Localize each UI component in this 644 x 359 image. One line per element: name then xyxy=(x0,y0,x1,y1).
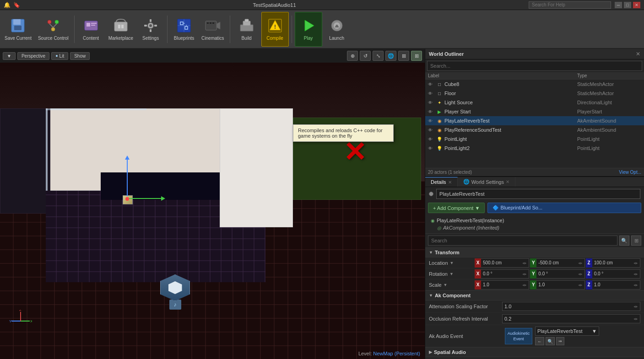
ak-tag-line2: Event xyxy=(513,337,524,341)
actor-name-row xyxy=(425,187,644,201)
coordinate-button[interactable]: 🌐 xyxy=(385,51,396,61)
rotation-y-field[interactable]: 0.0 ° ◂▸ xyxy=(536,269,584,279)
table-row[interactable]: 👁 ◉ PlayLateReverbTest AkAmbientSound xyxy=(425,116,644,125)
ak-search-button[interactable]: 🔍 xyxy=(546,337,555,345)
tab-world-settings[interactable]: 🌐 World Settings ✕ xyxy=(458,177,515,187)
show-button[interactable]: Show xyxy=(70,52,90,60)
svg-rect-31 xyxy=(210,22,211,24)
visibility-icon[interactable]: 👁 xyxy=(428,137,434,142)
tab-details[interactable]: Details ✕ xyxy=(425,177,458,187)
visibility-icon[interactable]: 👁 xyxy=(428,91,434,96)
add-component-button[interactable]: + Add Component ▼ xyxy=(428,203,485,213)
outliner-header: World Outliner ✕ xyxy=(425,49,644,59)
view-options-button[interactable]: View Opt... xyxy=(619,170,641,175)
lit-button[interactable]: ● Lit xyxy=(51,52,68,60)
actor-type: StaticMeshActor xyxy=(577,81,641,87)
scale-y-field[interactable]: 1.0 ◂▸ xyxy=(536,280,584,289)
scale-label[interactable]: Scale ▼ xyxy=(429,282,475,288)
rotation-label[interactable]: Rotation ▼ xyxy=(429,271,475,277)
content-button[interactable]: Content xyxy=(77,12,105,47)
viewport-mode-button[interactable]: ▼ xyxy=(3,52,16,60)
minimize-button[interactable]: ─ xyxy=(615,2,622,8)
component-item[interactable]: ◉ PlayLateReverbTest(Instance) xyxy=(428,217,641,224)
table-row[interactable]: 👁 ▶ Player Start PlayerStart xyxy=(425,107,644,116)
rotation-z-field[interactable]: 0.0 ° ◂▸ xyxy=(592,269,640,279)
titlebar-icons: 🔔 🔖 xyxy=(4,2,20,8)
tab-details-close[interactable]: ✕ xyxy=(448,180,452,185)
rotation-x-field[interactable]: 0.0 ° ◂▸ xyxy=(481,269,529,279)
cinematics-button[interactable]: Cinematics xyxy=(199,12,227,47)
ak-component-header[interactable]: ▼ Ak Component xyxy=(425,291,644,300)
rotate-mode-button[interactable]: ↺ xyxy=(360,51,371,61)
scale-x-field[interactable]: 1.0 ◂▸ xyxy=(481,280,529,289)
actor-count-label: 20 actors (1 selected) xyxy=(428,170,472,175)
ak-browse-button[interactable]: ⇒ xyxy=(556,337,564,345)
spatial-audio-header[interactable]: ▶ Spatial Audio xyxy=(425,348,644,357)
ak-audio-event-select[interactable]: PlayLateReverbTest ▼ xyxy=(535,327,599,336)
transform-section-header[interactable]: ▼ Transform xyxy=(425,248,644,257)
table-row[interactable]: 👁 □ Cube8 StaticMeshActor xyxy=(425,80,644,89)
compile-button[interactable]: ! Compile xyxy=(261,12,289,47)
visibility-icon[interactable]: 👁 xyxy=(428,118,434,123)
rotation-z-group: Z 0.0 ° ◂▸ xyxy=(586,269,640,279)
visibility-icon[interactable]: 👁 xyxy=(428,82,434,87)
occlusion-refresh-field[interactable]: 0.2 ◂▸ xyxy=(502,314,640,323)
table-row[interactable]: 👁 💡 PointLight2 PointLight xyxy=(425,144,644,153)
location-x-field[interactable]: 500.0 cm ◂▸ xyxy=(481,258,529,268)
location-label[interactable]: Location ▼ xyxy=(429,260,475,266)
rotation-x-value: 0.0 ° xyxy=(483,271,492,276)
details-search-input[interactable] xyxy=(428,236,617,246)
blueprints-button[interactable]: Blueprints xyxy=(170,12,198,47)
visibility-icon[interactable]: 👁 xyxy=(428,146,434,151)
table-row[interactable]: 👁 ✦ Light Source DirectionalLight xyxy=(425,98,644,107)
scale-y-value: 1.0 xyxy=(538,282,545,287)
save-current-button[interactable]: Save Current xyxy=(2,12,34,47)
maximize-button[interactable]: □ xyxy=(624,2,631,8)
component-actions: + Add Component ▼ 🔷 Blueprint/Add So... xyxy=(425,201,644,215)
viewport[interactable]: ▼ Perspective ● Lit Show ⊕ ↺ ⤡ 🌐 ⊞ ⊞ xyxy=(0,49,425,359)
scale-mode-button[interactable]: ⤡ xyxy=(373,51,384,61)
chevron-icon: ▼ xyxy=(7,54,11,59)
ak-audio-event-label: Ak Audio Event xyxy=(429,333,502,339)
level-map-link[interactable]: NewMap (Persistent) xyxy=(373,351,420,356)
perspective-label: Perspective xyxy=(22,54,45,59)
grid-button[interactable]: ⊞ xyxy=(411,51,422,61)
launch-button[interactable]: Launch xyxy=(323,12,351,47)
attenuation-scaling-field[interactable]: 1.0 ◂▸ xyxy=(502,302,640,311)
visibility-icon[interactable]: 👁 xyxy=(428,109,434,114)
compile-icon: ! xyxy=(267,17,283,34)
details-search-icon[interactable]: 🔍 xyxy=(619,236,629,246)
tab-world-settings-close[interactable]: ✕ xyxy=(506,179,509,184)
transform-mode-button[interactable]: ⊕ xyxy=(347,51,358,61)
location-z-field[interactable]: 100.0 cm ◂▸ xyxy=(592,258,640,268)
build-icon xyxy=(238,17,255,34)
rotation-y-group: Y 0.0 ° ◂▸ xyxy=(530,269,584,279)
marketplace-button[interactable]: Marketplace xyxy=(106,12,136,47)
table-row[interactable]: 👁 □ Floor StaticMeshActor xyxy=(425,89,644,98)
outliner-close-button[interactable]: ✕ xyxy=(636,51,640,57)
outliner-search-input[interactable] xyxy=(427,61,642,71)
play-button[interactable]: Play xyxy=(295,12,322,47)
visibility-icon[interactable]: 👁 xyxy=(428,100,434,105)
table-row[interactable]: 👁 ◉ PlayReferenceSoundTest AkAmbientSoun… xyxy=(425,125,644,134)
snap-button[interactable]: ⊞ xyxy=(398,51,409,61)
blueprint-button[interactable]: 🔷 Blueprint/Add So... xyxy=(487,203,641,213)
location-y-field[interactable]: -500.0 cm ◂▸ xyxy=(536,258,584,268)
scale-z-field[interactable]: 1.0 ◂▸ xyxy=(592,280,640,289)
actor-type: PlayerStart xyxy=(577,109,641,114)
source-control-button[interactable]: Source Control xyxy=(35,12,71,47)
ak-back-button[interactable]: ← xyxy=(535,337,544,345)
details-grid-icon[interactable]: ⊞ xyxy=(631,236,641,246)
perspective-button[interactable]: Perspective xyxy=(17,52,49,60)
build-button[interactable]: Build xyxy=(233,12,260,47)
settings-button[interactable]: Settings xyxy=(137,12,164,47)
component-item-inherited[interactable]: ◎ AkComponent (Inherited) xyxy=(428,224,641,231)
actor-name-field[interactable] xyxy=(436,189,640,199)
table-row[interactable]: 👁 💡 PointLight PointLight xyxy=(425,134,644,144)
visibility-icon[interactable]: 👁 xyxy=(428,128,434,133)
scene-viewport[interactable]: ♪ Recompiles and reloads C++ code for ga… xyxy=(0,63,425,359)
bookmark-icon: 🔖 xyxy=(13,2,20,8)
help-search-input[interactable] xyxy=(529,1,611,9)
close-button[interactable]: ✕ xyxy=(633,2,640,8)
sz-axis-label: Z xyxy=(586,280,592,289)
